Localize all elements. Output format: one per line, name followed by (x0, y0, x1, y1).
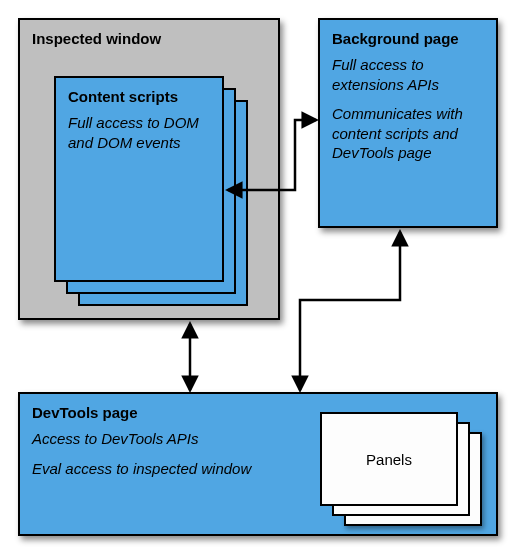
devtools-page-box: DevTools page Access to DevTools APIs Ev… (18, 392, 498, 536)
background-page-desc2: Communicates with content scripts and De… (332, 104, 484, 163)
diagram-canvas: Inspected window Content scripts Full ac… (0, 0, 522, 556)
panels-label: Panels (366, 451, 412, 468)
content-scripts-title: Content scripts (68, 88, 210, 105)
background-page-box: Background page Full access to extension… (318, 18, 498, 228)
background-page-desc1: Full access to extensions APIs (332, 55, 484, 94)
content-scripts-stack: Content scripts Full access to DOM and D… (54, 76, 254, 308)
inspected-window-box: Inspected window Content scripts Full ac… (18, 18, 280, 320)
background-page-title: Background page (332, 30, 484, 47)
arrow-background-devtools (300, 232, 400, 390)
panels-box: Panels (320, 412, 458, 506)
content-scripts-box: Content scripts Full access to DOM and D… (54, 76, 224, 282)
inspected-window-title: Inspected window (32, 30, 266, 47)
panels-stack: Panels (320, 412, 490, 532)
content-scripts-desc: Full access to DOM and DOM events (68, 113, 210, 152)
